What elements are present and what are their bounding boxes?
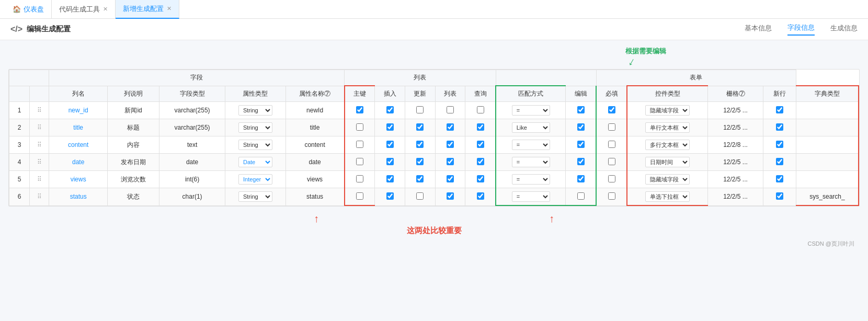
nav-basic-info[interactable]: 基本信息 [745,24,772,35]
col-pk[interactable] [345,102,375,119]
col-newrow[interactable] [763,119,796,136]
required-checkbox[interactable] [608,123,615,131]
update-checkbox[interactable] [416,123,424,131]
update-checkbox[interactable] [416,192,424,200]
col-list[interactable] [435,102,465,119]
col-insert[interactable] [375,136,405,154]
col-edit[interactable] [566,136,596,154]
newrow-checkbox[interactable] [776,123,783,131]
pk-checkbox[interactable] [356,158,363,165]
attr-type-select[interactable]: StringIntegerLongDoubleDate [238,122,272,133]
edit-checkbox[interactable] [577,106,585,113]
col-attr-type[interactable]: StringIntegerLongDoubleDate [225,136,285,154]
col-newrow[interactable] [763,102,796,119]
newrow-checkbox[interactable] [776,158,783,165]
col-newrow[interactable] [763,154,796,171]
edit-checkbox[interactable] [577,158,585,165]
pk-checkbox[interactable] [356,192,363,200]
required-checkbox[interactable] [608,192,615,200]
tab-newconfig-close[interactable]: ✕ [167,5,172,12]
attr-type-select[interactable]: StringIntegerLongDoubleDate [238,140,272,150]
list-checkbox[interactable] [447,141,454,148]
match-select[interactable]: =!=>>=<<=LikeBetween [512,122,550,133]
match-select[interactable]: =!=>>=<<=LikeBetween [512,191,550,202]
col-required[interactable] [596,171,627,188]
col-list[interactable] [435,154,465,171]
list-checkbox[interactable] [447,158,454,165]
ctrl-type-select[interactable]: 隐藏域字段单行文本框多行文本框日期时间单选下拉框复选下拉框 [645,105,690,116]
match-select[interactable]: =!=>>=<<=LikeBetween [512,105,550,116]
required-checkbox[interactable] [608,106,615,113]
col-ctrl-type[interactable]: 隐藏域字段单行文本框多行文本框日期时间单选下拉框复选下拉框 [627,119,708,136]
col-ctrl-type[interactable]: 隐藏域字段单行文本框多行文本框日期时间单选下拉框复选下拉框 [627,188,708,206]
col-required[interactable] [596,136,627,154]
col-query[interactable] [465,171,496,188]
col-pk[interactable] [345,171,375,188]
edit-checkbox[interactable] [577,175,585,182]
col-match[interactable]: =!=>>=<<=LikeBetween [496,188,566,206]
drag-handle[interactable]: ⠿ [30,119,49,136]
newrow-checkbox[interactable] [776,192,783,200]
nav-field-info[interactable]: 字段信息 [787,23,815,36]
ctrl-type-select[interactable]: 隐藏域字段单行文本框多行文本框日期时间单选下拉框复选下拉框 [645,191,690,202]
col-edit[interactable] [566,119,596,136]
col-query[interactable] [465,188,496,206]
attr-type-select[interactable]: StringIntegerLongDoubleDate [238,105,272,116]
col-attr-type[interactable]: StringIntegerLongDoubleDate [225,119,285,136]
ctrl-type-select[interactable]: 隐藏域字段单行文本框多行文本框日期时间单选下拉框复选下拉框 [645,157,690,167]
col-attr-type[interactable]: StringIntegerLongDoubleDate [225,171,285,188]
query-checkbox[interactable] [477,158,484,165]
pk-checkbox[interactable] [356,106,363,113]
col-required[interactable] [596,102,627,119]
col-edit[interactable] [566,154,596,171]
col-list[interactable] [435,136,465,154]
drag-handle[interactable]: ⠿ [30,171,49,188]
update-checkbox[interactable] [416,158,424,165]
col-edit[interactable] [566,171,596,188]
col-update[interactable] [405,136,436,154]
col-match[interactable]: =!=>>=<<=LikeBetween [496,154,566,171]
col-update[interactable] [405,154,436,171]
col-match[interactable]: =!=>>=<<=LikeBetween [496,119,566,136]
drag-handle[interactable]: ⠿ [30,154,49,171]
col-insert[interactable] [375,188,405,206]
col-match[interactable]: =!=>>=<<=LikeBetween [496,102,566,119]
insert-checkbox[interactable] [386,158,394,165]
match-select[interactable]: =!=>>=<<=LikeBetween [512,174,550,185]
col-newrow[interactable] [763,136,796,154]
nav-gen-info[interactable]: 生成信息 [830,24,858,35]
col-ctrl-type[interactable]: 隐藏域字段单行文本框多行文本框日期时间单选下拉框复选下拉框 [627,102,708,119]
tab-newconfig[interactable]: 新增生成配置 ✕ [116,0,179,19]
col-attr-type[interactable]: StringIntegerLongDoubleDate [225,154,285,171]
newrow-checkbox[interactable] [776,175,783,182]
insert-checkbox[interactable] [386,175,394,182]
pk-checkbox[interactable] [356,141,363,148]
update-checkbox[interactable] [416,141,424,148]
insert-checkbox[interactable] [386,106,394,113]
col-query[interactable] [465,119,496,136]
query-checkbox[interactable] [477,123,484,131]
col-ctrl-type[interactable]: 隐藏域字段单行文本框多行文本框日期时间单选下拉框复选下拉框 [627,154,708,171]
insert-checkbox[interactable] [386,123,394,131]
col-required[interactable] [596,119,627,136]
drag-handle[interactable]: ⠿ [30,136,49,154]
tab-dashboard[interactable]: 🏠 仪表盘 [5,0,52,19]
col-query[interactable] [465,136,496,154]
newrow-checkbox[interactable] [776,141,783,148]
insert-checkbox[interactable] [386,192,394,200]
drag-handle[interactable]: ⠿ [30,102,49,119]
col-update[interactable] [405,188,436,206]
attr-type-select[interactable]: StringIntegerLongDoubleDate [238,174,272,185]
tab-codegen-close[interactable]: ✕ [103,6,108,13]
col-list[interactable] [435,188,465,206]
col-required[interactable] [596,154,627,171]
list-checkbox[interactable] [447,106,454,113]
query-checkbox[interactable] [477,192,484,200]
col-ctrl-type[interactable]: 隐藏域字段单行文本框多行文本框日期时间单选下拉框复选下拉框 [627,136,708,154]
col-insert[interactable] [375,102,405,119]
col-match[interactable]: =!=>>=<<=LikeBetween [496,171,566,188]
required-checkbox[interactable] [608,141,615,148]
col-insert[interactable] [375,154,405,171]
col-query[interactable] [465,102,496,119]
col-ctrl-type[interactable]: 隐藏域字段单行文本框多行文本框日期时间单选下拉框复选下拉框 [627,171,708,188]
